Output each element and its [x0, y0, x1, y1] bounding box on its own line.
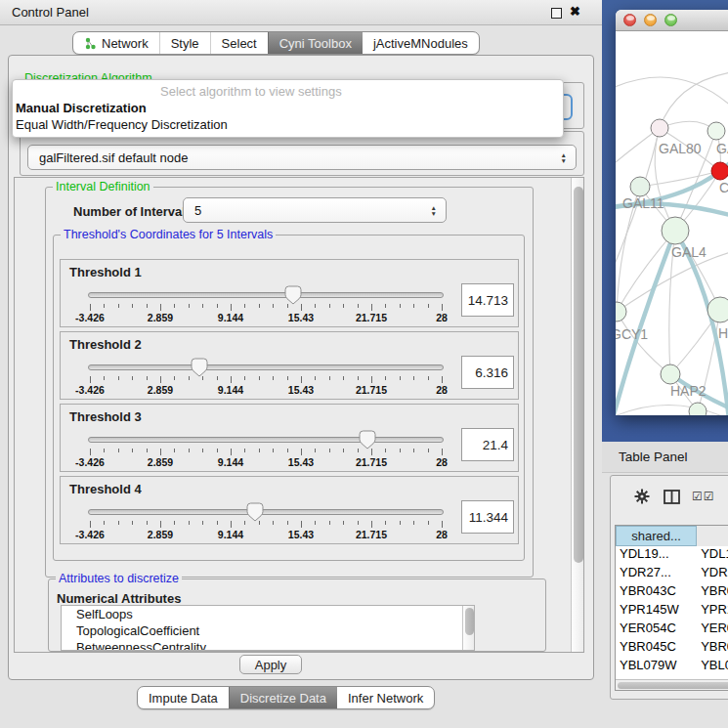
h-scrollbar-thumb[interactable]	[618, 682, 728, 689]
list-item[interactable]: SelfLoops	[62, 606, 474, 622]
tab-label: Network	[102, 36, 149, 51]
network-node[interactable]	[711, 162, 728, 180]
slider-thumb[interactable]	[246, 502, 264, 522]
table-horizontal-scrollbar[interactable]	[616, 679, 728, 690]
slider-tick	[315, 449, 316, 452]
network-node[interactable]	[651, 119, 668, 137]
float-window-icon[interactable]	[551, 8, 562, 19]
tab-infer-network[interactable]: Infer Network	[337, 687, 434, 708]
slider-tick	[189, 304, 190, 308]
network-node[interactable]	[616, 302, 626, 321]
node-label: GA	[716, 141, 728, 156]
table-row[interactable]: YDR27...YDR27	[616, 565, 728, 583]
tab-label: Cyni Toolbox	[279, 36, 352, 51]
slider-tick	[217, 304, 218, 308]
threshold-panel: Threshold 1-3.4262.8599.14415.4321.71528…	[60, 259, 519, 327]
tick-label: -3.426	[61, 456, 119, 468]
tab-impute-data[interactable]: Impute Data	[138, 687, 229, 708]
traffic-light-minimize-icon[interactable]	[644, 14, 657, 26]
apply-button[interactable]: Apply	[239, 655, 302, 674]
network-edge	[616, 128, 660, 174]
slider-tick	[118, 304, 119, 308]
node-label: GAL4	[671, 244, 707, 260]
tab-select[interactable]: Select	[210, 32, 268, 54]
slider-track[interactable]	[88, 364, 444, 370]
network-edge-highlighted	[616, 231, 675, 415]
network-node[interactable]	[630, 177, 650, 196]
tab-style[interactable]: Style	[159, 32, 210, 54]
table-row[interactable]: YBR045CYBR04	[616, 639, 728, 658]
pane-scrollbar-thumb[interactable]	[574, 187, 583, 563]
tab-network[interactable]: Network	[73, 32, 159, 54]
network-window-titlebar[interactable]	[616, 10, 728, 31]
threshold-value-field[interactable]: 6.316	[461, 356, 514, 389]
slider-tick	[231, 449, 232, 455]
popup-option-manual-discretization[interactable]: Manual Discretization	[13, 100, 563, 116]
slider-thumb[interactable]	[191, 358, 208, 377]
list-scrollbar-thumb[interactable]	[465, 608, 474, 635]
slider-tick	[217, 376, 218, 380]
tab-jactivemnodules[interactable]: jActiveMNodules	[363, 32, 479, 54]
slider-tick	[174, 521, 175, 525]
table-row[interactable]: YBL079WYBL07	[616, 658, 728, 676]
slider-tick	[371, 376, 372, 383]
slider-tick	[104, 521, 105, 525]
tab-discretize-data[interactable]: Discretize Data	[229, 687, 337, 708]
slider-tick	[90, 521, 91, 528]
gear-icon[interactable]	[634, 489, 650, 504]
slider-thumb[interactable]	[284, 285, 302, 305]
slider-tick	[147, 376, 148, 380]
network-node[interactable]	[662, 217, 689, 244]
table-row[interactable]: YPR145WYPR14	[616, 602, 728, 621]
checkbox-icons[interactable]: ☑☑	[692, 490, 715, 503]
columns-icon[interactable]	[664, 490, 680, 504]
threshold-value-field[interactable]: 11.344	[461, 500, 514, 534]
network-node[interactable]	[661, 364, 680, 384]
table-row[interactable]: YER054CYER05	[616, 621, 728, 639]
threshold-panel: Threshold 4-3.4262.8599.14415.4321.71528…	[60, 476, 519, 544]
table-row[interactable]: YBR043CYBR04	[616, 583, 728, 602]
close-icon[interactable]: ✖	[570, 4, 580, 19]
column-header-name[interactable]: name	[697, 526, 728, 546]
slider-track[interactable]	[88, 292, 444, 298]
slider-track[interactable]	[88, 437, 444, 443]
list-item[interactable]: BetweennessCentrality	[62, 639, 474, 651]
slider-tick	[400, 376, 401, 380]
table-row[interactable]: YDL19...YDL19	[616, 546, 728, 565]
threshold-value-field[interactable]: 14.713	[461, 283, 514, 317]
network-canvas[interactable]: GAL80GACGAL11GAL4GCY1HHAP2	[616, 31, 728, 415]
slider-tick	[160, 304, 161, 311]
table-data-combobox[interactable]: galFiltered.sif default node ▲▼	[27, 145, 577, 170]
network-node[interactable]	[689, 403, 707, 415]
popup-placeholder: Select algorithm to view settings	[13, 83, 563, 100]
slider-tick	[160, 449, 161, 455]
node-label: H	[718, 325, 728, 341]
table-column-headers: shared...name	[616, 526, 728, 546]
slider-tick	[259, 304, 260, 308]
pane-scrollbar[interactable]	[571, 178, 583, 652]
slider-thumb[interactable]	[359, 430, 376, 450]
list-scrollbar[interactable]	[462, 606, 474, 650]
traffic-light-zoom-icon[interactable]	[664, 14, 677, 26]
slider-track[interactable]	[88, 509, 444, 515]
threshold-label: Threshold 1	[69, 265, 142, 279]
interval-definition-group: Interval Definition Number of Intervals …	[45, 187, 534, 578]
attributes-list[interactable]: SelfLoopsTopologicalCoefficientBetweenne…	[61, 605, 475, 651]
number-of-intervals-combobox[interactable]: 5 ▲▼	[183, 197, 447, 223]
table-cell: YBR043C	[616, 583, 697, 602]
slider-tick	[273, 449, 274, 452]
slider-tick	[442, 304, 443, 311]
threshold-value-field[interactable]: 21.4	[461, 428, 514, 461]
network-node[interactable]	[707, 297, 728, 322]
traffic-light-close-icon[interactable]	[623, 14, 636, 26]
screen: Control Panel ✖ NetworkStyleSelectCyni T…	[0, 0, 728, 728]
network-node[interactable]	[707, 122, 725, 140]
tab-cyni-toolbox[interactable]: Cyni Toolbox	[268, 32, 363, 54]
table-cell: YPR145W	[616, 602, 697, 621]
thresholds-group-title: Threshold's Coordinates for 5 Intervals	[61, 228, 276, 241]
node-label: GAL80	[659, 141, 702, 156]
popup-option-equal-width-frequency-discretization[interactable]: Equal Width/Frequency Discretization	[13, 116, 563, 133]
column-header-shared-[interactable]: shared...	[616, 526, 697, 546]
network-icon	[84, 37, 97, 50]
list-item[interactable]: TopologicalCoefficient	[62, 622, 474, 639]
